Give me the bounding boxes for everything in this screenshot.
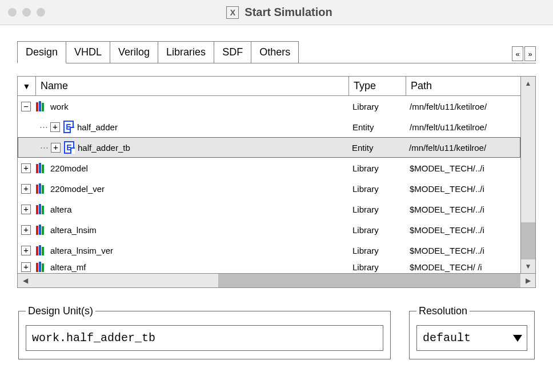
tab-vhdl[interactable]: VHDL	[66, 41, 110, 63]
row-path: $MODEL_TECH/../i	[406, 246, 520, 255]
expand-toggle[interactable]: −	[21, 102, 31, 111]
svg-rect-15	[36, 246, 38, 255]
window-controls	[8, 8, 45, 17]
horizontal-scrollbar[interactable]: ◀ ▶	[17, 273, 536, 288]
resolution-select[interactable]: default	[416, 325, 527, 351]
tabs-scroll-left-button[interactable]: «	[512, 46, 523, 61]
column-header-path[interactable]: Path	[406, 77, 520, 95]
row-path: $MODEL_TECH/ /i	[406, 262, 520, 272]
tab-design[interactable]: Design	[17, 41, 66, 63]
tree-row[interactable]: +altera_lnsimLibrary$MODEL_TECH/../i	[18, 219, 520, 240]
tabs-row: DesignVHDLVerilogLibrariesSDFOthers « »	[17, 41, 536, 63]
row-name: altera_lnsim	[50, 225, 97, 235]
scroll-right-icon[interactable]: ▶	[520, 274, 535, 287]
library-icon	[34, 261, 47, 273]
library-icon	[34, 203, 47, 215]
expand-toggle[interactable]: +	[21, 184, 31, 194]
resolution-value: default	[417, 326, 508, 350]
dropdown-icon[interactable]	[508, 335, 527, 342]
svg-rect-1	[39, 101, 41, 111]
scroll-up-icon[interactable]: ▲	[521, 77, 535, 90]
row-type: Entity	[349, 122, 406, 132]
tree-row[interactable]: −workLibrary/mn/felt/u11/ketilroe/	[18, 96, 520, 117]
scroll-thumb-vertical[interactable]	[521, 90, 535, 222]
design-units-legend: Design Unit(s)	[26, 305, 95, 317]
scroll-thumb-horizontal[interactable]	[33, 274, 218, 287]
expand-toggle[interactable]: +	[21, 246, 31, 255]
row-name: 220model_ver	[50, 184, 105, 194]
title-wrap: X Start Simulation	[45, 6, 514, 19]
entity-icon: E	[64, 141, 74, 154]
column-header-type[interactable]: Type	[349, 77, 406, 95]
row-path: $MODEL_TECH/../i	[406, 184, 520, 194]
svg-rect-20	[42, 263, 44, 272]
row-name: half_adder	[77, 122, 118, 132]
entity-icon: E	[63, 121, 74, 133]
svg-rect-0	[36, 102, 38, 111]
row-path: $MODEL_TECH/../i	[406, 163, 520, 173]
svg-rect-2	[42, 103, 44, 111]
row-type: Library	[349, 163, 406, 173]
library-icon	[34, 244, 47, 257]
svg-rect-14	[42, 226, 44, 235]
tree-row[interactable]: +alteraLibrary$MODEL_TECH/../i	[18, 199, 520, 219]
expand-toggle[interactable]: +	[50, 122, 60, 132]
svg-rect-3	[36, 164, 38, 173]
tree-row[interactable]: +altera_lnsim_verLibrary$MODEL_TECH/../i	[18, 240, 520, 261]
tab-others[interactable]: Others	[251, 41, 299, 63]
tabs-scroll-right-button[interactable]: »	[524, 46, 536, 61]
scroll-left-icon[interactable]: ◀	[18, 274, 33, 287]
library-icon	[34, 182, 47, 195]
tree-row[interactable]: ⋯+Ehalf_adderEntity/mn/felt/u11/ketilroe…	[18, 117, 520, 137]
tab-verilog[interactable]: Verilog	[110, 41, 158, 63]
window-close-icon[interactable]	[8, 8, 17, 17]
dialog-body: DesignVHDLVerilogLibrariesSDFOthers « » …	[0, 25, 553, 359]
scroll-down-icon[interactable]: ▼	[521, 259, 535, 273]
svg-rect-8	[42, 185, 44, 194]
expand-toggle[interactable]: +	[51, 143, 61, 153]
expand-toggle[interactable]: +	[21, 225, 31, 235]
expand-toggle[interactable]: +	[21, 262, 31, 272]
svg-rect-11	[42, 206, 44, 214]
row-path: /mn/felt/u11/ketilroe/	[406, 122, 520, 132]
svg-rect-4	[39, 163, 41, 173]
svg-rect-16	[39, 245, 41, 255]
resolution-group: Resolution default	[409, 305, 535, 359]
row-type: Library	[349, 184, 406, 194]
tab-sdf[interactable]: SDF	[214, 41, 251, 63]
window-zoom-icon[interactable]	[37, 8, 45, 17]
expand-toggle[interactable]: +	[21, 205, 31, 214]
expand-toggle[interactable]: +	[21, 163, 31, 173]
resolution-legend: Resolution	[416, 305, 470, 317]
row-name: altera_lnsim_ver	[50, 246, 113, 255]
svg-rect-12	[36, 226, 38, 235]
vertical-scrollbar[interactable]: ▲ ▼	[520, 77, 535, 273]
tree-row[interactable]: ⋯+Ehalf_adder_tbEntity/mn/felt/u11/ketil…	[18, 137, 520, 158]
app-icon: X	[226, 6, 239, 19]
row-name: work	[50, 102, 69, 111]
row-path: /mn/felt/u11/ketilroe/	[406, 143, 520, 153]
row-type: Library	[349, 225, 406, 235]
tree-row[interactable]: +altera_mfLibrary$MODEL_TECH/ /i	[18, 261, 520, 273]
filter-button[interactable]: ▼	[18, 77, 36, 95]
tree-row[interactable]: +220model_verLibrary$MODEL_TECH/../i	[18, 178, 520, 199]
window-minimize-icon[interactable]	[22, 8, 31, 17]
library-icon	[34, 223, 47, 236]
svg-rect-9	[36, 205, 38, 214]
row-name: altera	[50, 205, 72, 214]
row-type: Library	[349, 246, 406, 255]
row-path: /mn/felt/u11/ketilroe/	[406, 102, 520, 111]
design-units-input[interactable]	[26, 325, 383, 351]
library-list: ▼ Name Type Path −workLibrary/mn/felt/u1…	[17, 76, 536, 274]
column-header-name[interactable]: Name	[36, 77, 349, 95]
tree-row[interactable]: +220modelLibrary$MODEL_TECH/../i	[18, 158, 520, 178]
svg-rect-5	[42, 165, 44, 173]
tab-libraries[interactable]: Libraries	[158, 41, 214, 63]
svg-rect-13	[39, 225, 41, 235]
row-name: altera_mf	[50, 262, 86, 272]
row-name: 220model	[50, 163, 88, 173]
list-header: ▼ Name Type Path	[18, 77, 520, 96]
window-title: Start Simulation	[245, 6, 332, 19]
design-units-group: Design Unit(s)	[18, 305, 391, 359]
row-path: $MODEL_TECH/../i	[406, 205, 520, 214]
